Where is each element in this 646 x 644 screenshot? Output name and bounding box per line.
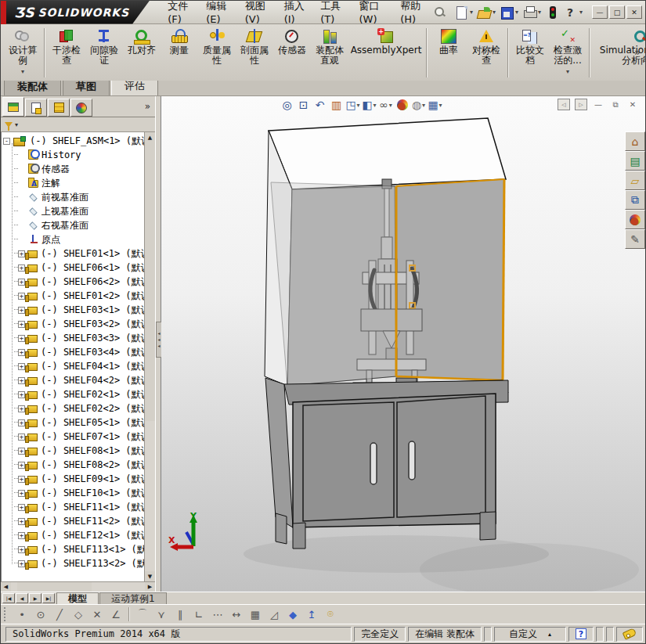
apply-scene-icon[interactable]: ◍▾ (410, 96, 427, 113)
sensor-button[interactable]: 传感器 (273, 26, 311, 80)
options-traffic-light-button[interactable] (543, 5, 561, 20)
center-snap-icon[interactable]: ⊙ (31, 606, 50, 623)
tree-component-row[interactable]: +(-) SHELF03<4> (默认 (14, 345, 144, 359)
parallel-snap-icon[interactable]: ∥ (171, 606, 189, 623)
maximize-button[interactable]: □ (609, 5, 625, 19)
pane-right-icon[interactable]: ▷ (575, 99, 587, 110)
open-button[interactable]: ▾ (475, 5, 497, 20)
tree-component-row[interactable]: +(-) SHELF04<1> (默认 (14, 359, 144, 373)
hide-show-items-icon[interactable]: ∞▾ (377, 96, 394, 113)
tree-component-row[interactable]: +(-) SHELF02<1> (默认 (14, 387, 144, 401)
assemblyxpert-button[interactable]: AssemblyXpert (348, 26, 424, 80)
tree-item[interactable]: History (14, 148, 144, 162)
tree-component-row[interactable]: +(-) SHELF01<2> (默认 (14, 289, 144, 303)
hole-alignment-button[interactable]: 孔对齐 (123, 26, 161, 80)
expand-box[interactable]: + (18, 504, 25, 511)
expand-box[interactable]: + (18, 363, 25, 370)
scroll-up-button[interactable]: ▲ (145, 132, 155, 142)
expand-box[interactable]: + (18, 335, 25, 342)
tree-component-row[interactable]: +(-) SHELF04<2> (默认 (14, 373, 144, 387)
interference-check-button[interactable]: 干涉检查 (48, 26, 85, 80)
compare-documents-button[interactable]: 比较文档 (511, 26, 549, 80)
tree-component-row[interactable]: +(-) SHELF07<1> (默认 (14, 430, 144, 444)
panel-splitter[interactable]: ◂◂◂ (155, 96, 161, 592)
tree-vertical-scrollbar[interactable]: ▲ ▼ (144, 132, 155, 581)
zoom-fit-icon[interactable]: ◎ (279, 96, 295, 113)
expand-box[interactable]: + (18, 279, 25, 286)
menu-item[interactable]: 文件(F) (161, 0, 199, 27)
tree-component-row[interactable]: +(-) SHELF05<1> (默认 (14, 416, 144, 430)
new-document-button[interactable]: ▾ (453, 5, 475, 20)
grid-snap-icon[interactable]: ▦ (246, 606, 265, 623)
tree-component-row[interactable]: +(-) SHELF03<1> (默认 (14, 303, 144, 317)
polygon-snap-icon[interactable]: ◇ (69, 606, 88, 623)
toolbar-drag-handle[interactable] (4, 607, 8, 621)
expand-box[interactable]: + (18, 419, 25, 426)
view-orientation-icon[interactable]: ◳▾ (345, 96, 361, 113)
scroll-left-button[interactable]: ◀ (1, 582, 11, 592)
tree-item[interactable]: 原点 (14, 232, 144, 246)
expand-box[interactable]: + (18, 434, 25, 441)
tab-模型[interactable]: 模型 (56, 592, 99, 604)
tangent-snap-icon[interactable]: ⌒ (133, 606, 152, 623)
expand-box[interactable]: + (18, 307, 25, 314)
home-tab[interactable]: ⌂ (625, 131, 645, 151)
cube-3d-icon[interactable]: ◆ (283, 606, 302, 623)
intersection-snap-icon[interactable]: ✕ (88, 606, 106, 623)
filter-icon[interactable] (5, 122, 13, 128)
expand-box[interactable]: + (18, 532, 25, 539)
midpoint-snap-icon[interactable]: ⋎ (152, 606, 171, 623)
custom-properties-tab[interactable]: ✎ (625, 229, 645, 249)
tree-component-row[interactable]: +(-) SHELF12<1> (默认 (14, 528, 144, 542)
point-trail-snap-icon[interactable]: ⋯ (208, 606, 227, 623)
ribbon-overflow-button[interactable]: » (634, 46, 641, 58)
scroll-right-button[interactable]: ▶ (145, 582, 155, 592)
assembly-visualization-button[interactable]: 装配体直观 (311, 26, 348, 80)
tree-item[interactable]: 前视基准面 (14, 190, 144, 204)
filter-dropdown-icon[interactable]: ▾ (15, 121, 18, 128)
point-snap-icon[interactable]: • (13, 606, 31, 623)
menu-item[interactable]: 工具(T) (313, 0, 352, 27)
line-snap-icon[interactable]: ╱ (50, 606, 69, 623)
view-settings-icon[interactable]: ▦▾ (427, 96, 443, 113)
expand-box[interactable]: + (18, 448, 25, 455)
tree-item[interactable]: 注解 (14, 176, 144, 190)
perpendicular-snap-icon[interactable]: ∟ (189, 606, 208, 623)
tab-nav-button[interactable]: |◀ (2, 593, 15, 603)
status-help-button[interactable]: ? (568, 627, 594, 642)
doc-close-icon[interactable]: ✕ (626, 99, 639, 110)
view-palette-tab[interactable]: ⧉ (625, 190, 645, 210)
tree-horizontal-scrollbar[interactable]: ◀ ▶ (1, 581, 155, 592)
vertical-dimension-icon[interactable]: ↥ (302, 606, 321, 623)
section-view-icon[interactable]: ▥ (328, 96, 345, 113)
status-units-selector[interactable]: 自定义 ▴ (494, 627, 566, 642)
propertymanager-tab[interactable] (25, 99, 47, 117)
tree-component-row[interactable]: +(-) SHELF11<1> (默认 (14, 500, 144, 514)
featuremanager-tab[interactable] (2, 97, 24, 117)
graphics-area[interactable]: ◎⊡↶▥◳▾◧▾∞▾●◍▾▦▾ ◁▷—⧉✕ ⌂▤▱⧉●✎ Y X (161, 96, 645, 592)
check-active-entities-button[interactable]: 检查激活的...▾ (549, 26, 586, 80)
tree-item[interactable]: 传感器 (14, 162, 144, 176)
panel-overflow-button[interactable]: » (145, 101, 150, 112)
tree-component-row[interactable]: +(-) SHELF02<2> (默认 (14, 401, 144, 416)
mass-properties-button[interactable]: 质量属性 (198, 26, 236, 80)
design-study-button[interactable]: 设计算例▾ (4, 26, 42, 80)
expand-box[interactable]: + (18, 405, 25, 412)
angle-measure-icon[interactable]: ◿ (265, 606, 283, 623)
tree-component-row[interactable]: +(-) SHELF11<2> (默认 (14, 514, 144, 528)
scroll-thumb[interactable] (17, 582, 92, 592)
doc-restore-icon[interactable]: ⧉ (609, 99, 622, 110)
status-tag[interactable] (616, 627, 643, 642)
close-button[interactable]: ✕ (626, 5, 642, 19)
measure-tape-icon[interactable]: ⌾ (321, 606, 340, 623)
clearance-verification-button[interactable]: 间隙验证 (85, 26, 123, 80)
tree-component-row[interactable]: +(-) SHELF08<1> (默认 (14, 444, 144, 458)
edit-appearance-icon[interactable]: ● (394, 96, 410, 113)
design-library-tab[interactable]: ▤ (625, 151, 645, 171)
tree-component-row[interactable]: +(-) SHELF113<2> (默认 (14, 556, 144, 570)
tree-component-row[interactable]: +(-) SHELF08<2> (默认 (14, 458, 144, 472)
tree-component-row[interactable]: +(-) SHELF113<1> (默认 (14, 542, 144, 556)
menu-item[interactable]: 帮助(H) (393, 0, 433, 27)
configurationmanager-tab[interactable] (48, 99, 70, 117)
menu-item[interactable]: 窗口(W) (352, 0, 393, 27)
